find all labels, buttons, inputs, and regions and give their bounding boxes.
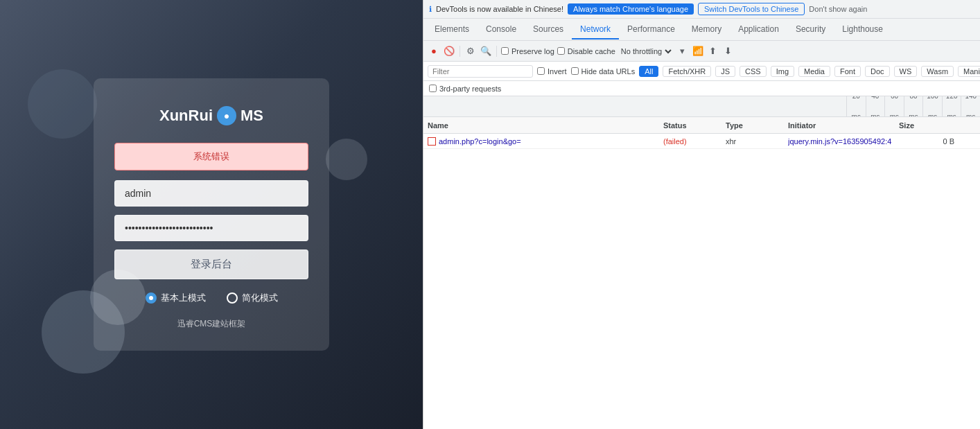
devtools-tab-bar: Elements Console Sources Network Perform… bbox=[423, 19, 980, 41]
row-status-cell: (failed) bbox=[663, 137, 726, 146]
col-header-status[interactable]: Status bbox=[663, 121, 726, 130]
tab-sources[interactable]: Sources bbox=[525, 20, 572, 40]
tick-140ms: 140 ms bbox=[961, 96, 980, 117]
filter-img[interactable]: Img bbox=[771, 66, 794, 77]
login-button[interactable]: 登录后台 bbox=[114, 249, 308, 279]
network-table-header: Name Status Type Initiator Size bbox=[423, 117, 980, 134]
devtools-notice-bar: ℹ DevTools is now available in Chinese! … bbox=[423, 0, 980, 19]
notice-info-icon: ℹ bbox=[429, 5, 432, 14]
preserve-log-label: Preserve log bbox=[511, 47, 554, 55]
notice-btn-dismiss[interactable]: Don't show again bbox=[809, 5, 867, 13]
third-party-checkbox[interactable]: 3rd-party requests bbox=[429, 85, 501, 93]
tab-elements[interactable]: Elements bbox=[426, 20, 478, 40]
search-icon[interactable]: 🔍 bbox=[480, 45, 492, 58]
logo-text-before: XunRui bbox=[159, 107, 213, 125]
filter-js[interactable]: JS bbox=[715, 66, 735, 77]
logo-text-after: MS bbox=[240, 107, 263, 125]
filter-font[interactable]: Font bbox=[834, 66, 861, 77]
app-logo: XunRui ● MS bbox=[114, 106, 308, 125]
notice-btn-switch[interactable]: Switch DevTools to Chinese bbox=[698, 3, 805, 15]
tab-memory[interactable]: Memory bbox=[683, 20, 730, 40]
third-party-row: 3rd-party requests bbox=[423, 81, 980, 96]
filter-css[interactable]: CSS bbox=[740, 66, 767, 77]
col-header-initiator[interactable]: Initiator bbox=[788, 121, 899, 130]
export-icon[interactable]: ⬇ bbox=[722, 45, 735, 58]
password-input[interactable] bbox=[114, 215, 308, 241]
username-input[interactable] bbox=[114, 180, 308, 207]
tick-80ms: 80 ms bbox=[904, 96, 923, 117]
row-name-cell: admin.php?c=login&go= bbox=[428, 137, 663, 146]
tab-performance[interactable]: Performance bbox=[619, 20, 683, 40]
devtools-panel: ℹ DevTools is now available in Chinese! … bbox=[423, 0, 980, 429]
row-size-cell: 0 B bbox=[899, 137, 954, 146]
notice-text: DevTools is now available in Chinese! bbox=[436, 5, 563, 13]
tab-network[interactable]: Network bbox=[572, 20, 619, 40]
filter-fetch-xhr[interactable]: Fetch/XHR bbox=[663, 66, 711, 77]
filter-manifest[interactable]: Manifest bbox=[958, 66, 980, 77]
preserve-log-checkbox[interactable]: Preserve log bbox=[501, 47, 554, 55]
col-header-type[interactable]: Type bbox=[726, 121, 788, 130]
bokeh-decoration-4 bbox=[28, 69, 97, 139]
tab-security[interactable]: Security bbox=[787, 20, 834, 40]
login-card: XunRui ● MS 系统错误 登录后台 基本上模式 简化模式 迅睿CMS建站… bbox=[94, 78, 329, 351]
invert-label: Invert bbox=[548, 67, 567, 76]
cms-footer: 迅睿CMS建站框架 bbox=[114, 318, 308, 330]
table-row[interactable]: admin.php?c=login&go= (failed) xhr jquer… bbox=[423, 134, 980, 149]
timeline-header: 20 ms 40 ms 60 ms 80 ms 100 ms 120 ms 14… bbox=[423, 96, 980, 117]
hide-data-urls-checkbox[interactable]: Hide data URLs bbox=[571, 67, 636, 76]
third-party-label: 3rd-party requests bbox=[439, 85, 501, 93]
row-type-cell: xhr bbox=[726, 137, 788, 146]
filter-doc[interactable]: Doc bbox=[865, 66, 890, 77]
throttle-dropdown-icon[interactable]: ▾ bbox=[676, 45, 689, 58]
tick-60ms: 60 ms bbox=[884, 96, 904, 117]
radio-simple-mode-circle bbox=[227, 292, 238, 304]
disable-cache-label: Disable cache bbox=[568, 47, 615, 55]
tick-100ms: 100 ms bbox=[922, 96, 942, 117]
filter-media[interactable]: Media bbox=[798, 66, 830, 77]
bokeh-decoration-3 bbox=[326, 139, 367, 180]
throttling-select[interactable]: No throttling Fast 3G Slow 3G Offline bbox=[618, 46, 674, 56]
logo-icon: ● bbox=[217, 106, 236, 125]
timeline-ticks: 20 ms 40 ms 60 ms 80 ms 100 ms 120 ms 14… bbox=[846, 96, 980, 117]
filter-ws[interactable]: WS bbox=[894, 66, 918, 77]
login-panel: XunRui ● MS 系统错误 登录后台 基本上模式 简化模式 迅睿CMS建站… bbox=[0, 0, 423, 429]
tick-120ms: 120 ms bbox=[942, 96, 961, 117]
col-header-name[interactable]: Name bbox=[428, 121, 663, 130]
row-initiator-cell: jquery.min.js?v=1635905492:4 bbox=[788, 137, 899, 146]
tab-lighthouse[interactable]: Lighthouse bbox=[834, 20, 891, 40]
mode-radio-group: 基本上模式 简化模式 bbox=[114, 292, 308, 304]
radio-simple-mode[interactable]: 简化模式 bbox=[227, 292, 278, 304]
notice-btn-always-match[interactable]: Always match Chrome's language bbox=[568, 3, 694, 15]
network-toolbar: ● 🚫 ⚙ 🔍 Preserve log Disable cache No th… bbox=[423, 41, 980, 62]
filter-wasm[interactable]: Wasm bbox=[921, 66, 954, 77]
toolbar-sep-2 bbox=[496, 46, 497, 57]
toolbar-sep-1 bbox=[460, 46, 460, 57]
hide-data-urls-label: Hide data URLs bbox=[581, 67, 636, 76]
radio-basic-mode-label: 基本上模式 bbox=[161, 292, 206, 304]
import-icon[interactable]: ⬆ bbox=[707, 45, 719, 58]
radio-basic-mode-circle bbox=[146, 292, 157, 304]
clear-icon[interactable]: 🚫 bbox=[443, 45, 455, 58]
record-icon[interactable]: ● bbox=[428, 45, 440, 58]
disable-cache-checkbox[interactable]: Disable cache bbox=[557, 47, 615, 55]
tick-40ms: 40 ms bbox=[866, 96, 885, 117]
col-header-size[interactable]: Size bbox=[899, 121, 954, 130]
radio-basic-mode[interactable]: 基本上模式 bbox=[146, 292, 206, 304]
tick-20ms: 20 ms bbox=[846, 96, 866, 117]
tab-console[interactable]: Console bbox=[478, 20, 525, 40]
filter-icon[interactable]: ⚙ bbox=[464, 45, 477, 58]
error-message: 系统错误 bbox=[114, 143, 308, 170]
wifi-icon[interactable]: 📶 bbox=[692, 45, 704, 58]
network-empty-area bbox=[423, 149, 980, 429]
row-name: admin.php?c=login&go= bbox=[439, 137, 521, 146]
invert-checkbox[interactable]: Invert bbox=[537, 67, 567, 76]
filter-input[interactable] bbox=[428, 65, 533, 78]
network-filter-row: Invert Hide data URLs All Fetch/XHR JS C… bbox=[423, 62, 980, 81]
filter-all[interactable]: All bbox=[639, 66, 658, 77]
row-error-icon bbox=[428, 137, 436, 146]
tab-application[interactable]: Application bbox=[730, 20, 787, 40]
radio-simple-mode-label: 简化模式 bbox=[242, 292, 278, 304]
